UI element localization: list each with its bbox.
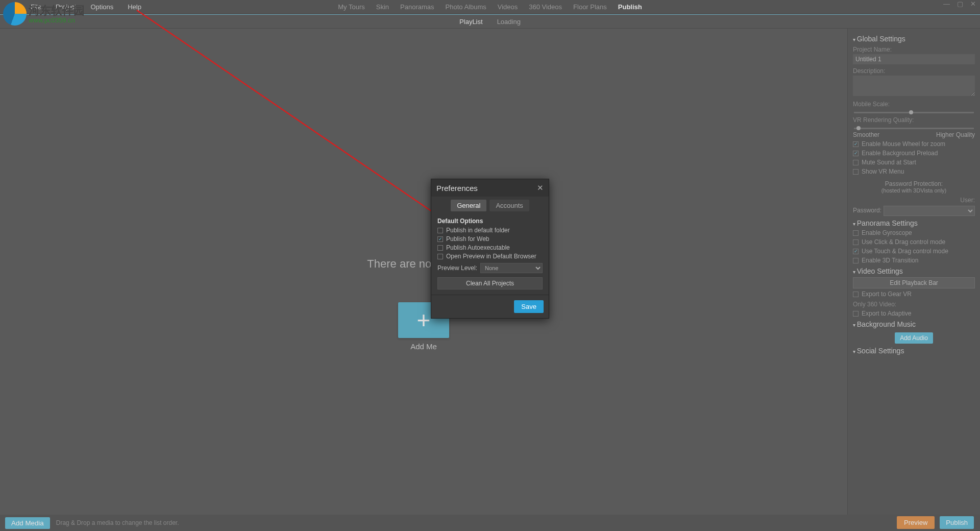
button-addaudio[interactable]: Add Audio <box>895 332 933 344</box>
check-touchdrag[interactable]: ✓Use Touch & Drag control mode <box>853 248 975 255</box>
add-media-label: Add Me <box>410 342 437 351</box>
hint-text: Drag & Drop a media to change the list o… <box>56 519 179 526</box>
label-pw-title: Password Protection: <box>853 180 975 187</box>
window-close-icon[interactable]: ✕ <box>970 0 976 8</box>
tab-skin[interactable]: Skin <box>376 3 389 11</box>
dialog-tab-general[interactable]: General <box>451 200 486 211</box>
label-pw-sub: (hosted with 3DVista only) <box>853 187 975 194</box>
button-publish[interactable]: Publish <box>940 516 974 529</box>
label-mobile: Mobile Scale: <box>853 101 975 108</box>
check-pubauto[interactable]: Publish Autoexecutable <box>437 244 543 251</box>
label-previewlevel: Preview Level: <box>437 264 477 272</box>
label-user: User: <box>853 197 975 204</box>
section-video[interactable]: Video Settings <box>853 267 975 275</box>
tab-publish[interactable]: Publish <box>618 3 642 11</box>
check-openprev[interactable]: Open Preview in Default Browser <box>437 253 543 260</box>
dialog-close-icon[interactable]: ✕ <box>537 183 544 192</box>
check-pubfolder[interactable]: Publish in default folder <box>437 227 543 234</box>
window-maximize-icon[interactable]: ▢ <box>957 0 963 8</box>
preferences-dialog: Preferences ✕ General Accounts Default O… <box>431 179 549 319</box>
slider-vrq[interactable] <box>854 128 974 129</box>
check-vrmenu[interactable]: Show VR Menu <box>853 168 975 175</box>
check-clickdrag[interactable]: Use Click & Drag control mode <box>853 238 975 246</box>
tab-photoalbums[interactable]: Photo Albums <box>446 3 486 11</box>
label-higher: Higher Quality <box>936 131 975 138</box>
dropdown-pass[interactable] <box>884 206 975 216</box>
label-smoother: Smoother <box>853 131 879 138</box>
check-mute[interactable]: Mute Sound at Start <box>853 159 975 166</box>
section-panorama[interactable]: Panorama Settings <box>853 219 975 227</box>
check-mousewheel[interactable]: ✓Enable Mouse Wheel for zoom <box>853 140 975 148</box>
button-editplayback[interactable]: Edit Playback Bar <box>853 277 975 288</box>
main-canvas: There are no media ite + Add Me <box>0 29 847 515</box>
input-desc[interactable] <box>853 76 975 96</box>
menu-help[interactable]: Help <box>128 3 141 11</box>
tab-videos[interactable]: Videos <box>498 3 518 11</box>
subtabs: PlayList Loading <box>0 14 980 29</box>
dropdown-previewlevel[interactable]: None <box>480 263 543 273</box>
check-3dtrans[interactable]: Enable 3D Transition <box>853 257 975 264</box>
check-preload[interactable]: ✓Enable Background Preload <box>853 150 975 157</box>
dialog-title: Preferences <box>436 184 478 192</box>
check-gearvr[interactable]: Export to Gear VR <box>853 291 975 298</box>
section-social[interactable]: Social Settings <box>853 347 975 355</box>
button-addmedia[interactable]: Add Media <box>5 517 50 529</box>
logo-watermark: 河东软件园 www.pc0359.cn <box>0 0 102 29</box>
label-projname: Project Name: <box>853 46 975 53</box>
tab-360videos[interactable]: 360 Videos <box>529 3 562 11</box>
label-vrq: VR Rendering Quality: <box>853 116 975 124</box>
check-adaptive[interactable]: Export to Adaptive <box>853 310 975 317</box>
check-pubweb[interactable]: ✓Publish for Web <box>437 235 543 243</box>
button-save[interactable]: Save <box>514 300 544 313</box>
input-projname[interactable] <box>853 54 975 64</box>
subtab-playlist[interactable]: PlayList <box>459 18 483 26</box>
section-global[interactable]: Global Settings <box>853 35 975 43</box>
side-panel: Global Settings Project Name: Descriptio… <box>847 29 980 515</box>
tab-panoramas[interactable]: Panoramas <box>400 3 434 11</box>
subtab-loading[interactable]: Loading <box>497 18 521 26</box>
button-cleanprojects[interactable]: Clean All Projects <box>437 277 543 289</box>
dialog-tab-accounts[interactable]: Accounts <box>489 200 529 211</box>
label-only360: Only 360 Video: <box>853 301 975 308</box>
window-minimize-icon[interactable]: — <box>943 0 950 8</box>
tab-mytours[interactable]: My Tours <box>338 3 365 11</box>
label-desc: Description: <box>853 67 975 75</box>
section-bgmusic[interactable]: Background Music <box>853 320 975 328</box>
button-preview[interactable]: Preview <box>897 516 935 529</box>
tab-floorplans[interactable]: Floor Plans <box>573 3 607 11</box>
dialog-section-default: Default Options <box>437 218 543 225</box>
slider-mobile[interactable] <box>854 112 974 113</box>
menubar: File Project Options Help My Tours Skin … <box>0 0 980 14</box>
bottom-bar: Add Media Drag & Drop a media to change … <box>0 515 980 531</box>
check-gyro[interactable]: Enable Gyroscope <box>853 229 975 236</box>
label-pass: Password: <box>853 207 881 214</box>
